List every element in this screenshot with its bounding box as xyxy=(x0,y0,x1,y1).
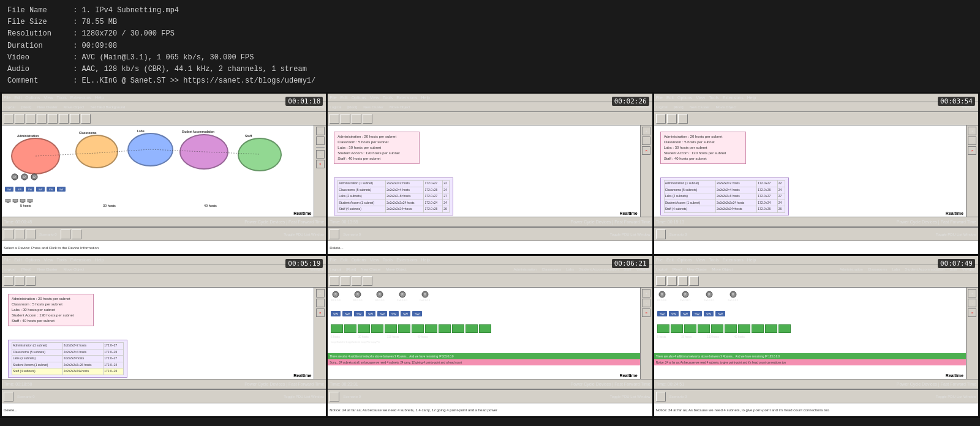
pt-nav-bar-6: Logical [Root] New Cluster Move Object A… xyxy=(654,264,978,274)
thumbnail-1[interactable]: 00:01:18 File Edit Options View Tools Ex… xyxy=(2,94,326,254)
thumbnail-4[interactable]: 00:05:19 File Edit Options View Tools Ex… xyxy=(2,256,326,416)
svg-rect-20 xyxy=(13,199,18,202)
status-bar-pink-5: Sorry... 24 subnets at all, so because w… xyxy=(328,359,639,365)
subnet-table-3: Administration (1 subnet) 2x2x2x2=2 host… xyxy=(664,180,785,213)
pc-icon xyxy=(20,199,26,204)
pt-bottom-panel-3: Scenario 0 Toggle PDU List Window xyxy=(654,226,978,254)
svg-text:SW: SW xyxy=(415,312,420,316)
pt-canvas-2: Administration : 20 hosts per subnet Cla… xyxy=(328,125,639,217)
pt-main-area-2: Administration : 20 hosts per subnet Cla… xyxy=(328,125,652,217)
filesize-value: 78.55 MB xyxy=(82,17,118,28)
pt-toolbar-5 xyxy=(328,274,652,288)
switch-icon: SW xyxy=(669,311,679,316)
pc-labels-5: CopySwitch0 CopySwitch1 CopyPC CopyPC xyxy=(331,340,380,343)
thumbnails-grid: 00:01:18 File Edit Options View Tools Ex… xyxy=(0,92,980,418)
svg-text:R: R xyxy=(684,293,687,296)
thumb-inner-5: File Edit Options View Tools Extensions … xyxy=(328,256,652,416)
switches-row-6: SW SW SW SW SW SW xyxy=(657,311,957,316)
svg-rect-19 xyxy=(7,202,9,203)
svg-text:R: R xyxy=(424,293,426,296)
thumbnail-2[interactable]: 00:02:26 File Edit Options View Tools Ex… xyxy=(328,94,652,254)
svg-text:SW: SW xyxy=(7,188,12,191)
pt-event-list-4: Delete... xyxy=(2,403,326,416)
pt-bottom-toolbar-4: Scenario 0 Toggle PDU List Window xyxy=(2,390,326,403)
hosts-label-40: 40 hosts xyxy=(204,204,217,207)
realtime-badge-2: Realtime xyxy=(619,211,637,215)
table-row: Administration (1 subnet) 2x2x2x2=2 host… xyxy=(12,343,124,349)
table-row: Staff (4 subnets) 2x2x2x2x24=hosts 172.0… xyxy=(664,206,785,213)
thumbnail-3[interactable]: 00:03:54 File Edit Options View Tools Ex… xyxy=(654,94,978,254)
router-icon-6: R xyxy=(680,291,690,298)
pt-menubar-3: File Edit Options View Tools Extensions … xyxy=(654,94,978,102)
info-row-duration: Duration : 00:09:08 xyxy=(7,40,973,52)
thumbnail-5[interactable]: 00:06:21 File Edit Options View Tools Ex… xyxy=(328,256,652,416)
pt-main-area-4: Administration : 20 hosts per subnet Cla… xyxy=(2,288,326,379)
pt-canvas-1: Administration Classrooms Labs Student A… xyxy=(2,125,314,217)
pt-toolbar-6 xyxy=(654,274,978,288)
pt-bottom-panel-4: Scenario 0 Toggle PDU List Window Delete… xyxy=(2,389,326,416)
pt-right-panel-1: + - × × xyxy=(314,125,326,217)
info-row-filesize: File Size : 78.55 MB xyxy=(7,17,973,28)
thumbnail-6[interactable]: 00:07:49 File Edit Options View Tools Ex… xyxy=(654,256,978,416)
switch-icon: SW xyxy=(15,187,24,192)
video-colon: : xyxy=(69,52,82,64)
timestamp-3: 00:03:54 xyxy=(938,97,975,106)
pt-event-list-3 xyxy=(654,241,978,254)
filesize-label: File Size xyxy=(7,17,69,28)
router-icon: R xyxy=(21,173,28,181)
duration-label: Duration xyxy=(7,40,69,52)
pt-canvas-3: Administration : 20 hosts per subnet Cla… xyxy=(654,125,966,217)
routers-row-6: R R0.0.0.0 R Fa0.3.0.1 R Fa0.3.0.1 xyxy=(657,291,957,302)
svg-rect-25 xyxy=(29,202,31,203)
pt-bottom-toolbar-6: Scenario 0 Toggle PDU List Window xyxy=(654,390,978,403)
svg-text:SW: SW xyxy=(391,312,396,316)
pt-statusbar-2: Time: 00:13:55 Power Cycle Devices | Fas… xyxy=(328,217,652,226)
pt-main-area-3: Administration : 20 hosts per subnet Cla… xyxy=(654,125,978,217)
router-icon-5: R xyxy=(420,291,430,298)
hosts-label-30: 30 hosts xyxy=(103,204,116,207)
info-row-audio: Audio : AAC, 128 kb/s (CBR), 44.1 kHz, 2… xyxy=(7,64,973,75)
svg-text:SW: SW xyxy=(333,312,338,316)
switch-icon: SW xyxy=(704,311,714,316)
pt-right-panel-4: + - × xyxy=(314,288,326,379)
pt-bottom-toolbar-2: Scenario 0 Toggle PDU List Window xyxy=(328,228,652,241)
switch-icon: SW xyxy=(342,311,352,316)
svg-text:SW: SW xyxy=(18,188,22,191)
pt-right-panel-5: + - × xyxy=(640,288,652,379)
svg-rect-21 xyxy=(14,202,17,203)
video-value: AVC (Main@L3.1), 1 065 kb/s, 30.000 FPS xyxy=(82,52,254,64)
pcs-row-1 xyxy=(5,199,287,204)
pt-bottom-panel-5: Scenario 0 Toggle PDU List Window Notice… xyxy=(328,389,652,416)
svg-text:SW: SW xyxy=(59,188,64,191)
table-box-4: Administration (1 subnet) 2x2x2x2=2 host… xyxy=(8,340,127,378)
resolution-label: Resolution xyxy=(7,28,69,40)
svg-text:R: R xyxy=(335,293,337,296)
router-icon-6: R xyxy=(728,291,738,298)
status-bar-green-5: There are also 4 additional networks abo… xyxy=(328,353,639,359)
table-box-2: Administration (1 subnet) 2x2x2x2=2 host… xyxy=(334,177,453,215)
pt-main-area-1: Administration Classrooms Labs Student A… xyxy=(2,125,326,217)
switch-icon: SW xyxy=(680,311,690,316)
pt-window-5: File Edit Options View Tools Extensions … xyxy=(328,256,652,416)
pt-window-3: File Edit Options View Tools Extensions … xyxy=(654,94,978,254)
table-row: Labs (2 subnets) 2x2x2x2=hosts 172.0+27 xyxy=(12,356,124,362)
pt-statusbar-4: Time: 00:18:58 Power Cycle Devices | Fas… xyxy=(2,379,326,389)
pt-statusbar-3: Time: 00:15:13 Power Cycle Devices | Fas… xyxy=(654,217,978,226)
timestamp-4: 00:05:19 xyxy=(285,259,323,268)
comment-value: EL..KInG @ Sanet.ST >> https://sanet.st/… xyxy=(82,75,316,87)
svg-text:R: R xyxy=(732,293,734,296)
filename-value: 1. IPv4 Subnetting.mp4 xyxy=(82,5,179,17)
svg-text:R: R xyxy=(33,175,36,179)
pt-nav-bar-1: Logical [Root] New Cluster Move Object S… xyxy=(2,102,326,112)
subnet-table-4: Administration (1 subnet) 2x2x2x2=2 host… xyxy=(12,342,124,375)
svg-text:R: R xyxy=(661,293,663,296)
table-row: Classrooms (5 subnets) 2x2x2x2=4 hosts 1… xyxy=(664,187,785,193)
info-box-pink-3: Administration : 20 hosts per subnet Cla… xyxy=(660,132,746,164)
switch-icon: SW xyxy=(377,311,387,316)
svg-text:SW: SW xyxy=(671,312,676,316)
staff-cloud: Staff xyxy=(238,138,282,171)
pt-menubar-2: File Edit Options View Tools Extensions … xyxy=(328,94,652,102)
host-counts-6: 5 hosts 30 hosts 130 hosts 40 hosts xyxy=(657,335,745,338)
svg-text:SW: SW xyxy=(718,312,723,316)
timestamp-1: 00:01:18 xyxy=(285,97,323,106)
